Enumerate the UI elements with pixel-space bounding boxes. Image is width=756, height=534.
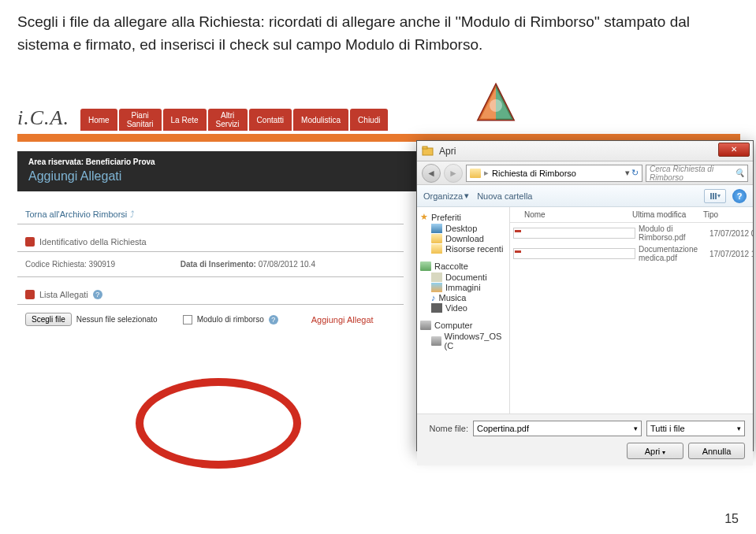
- tree-risorse[interactable]: Risorse recenti: [420, 244, 506, 254]
- computer-icon: [420, 321, 431, 330]
- file-open-dialog: Apri ✕ ◄ ► ▸ Richiesta di Rimborso ▾ ↻ C…: [416, 140, 754, 451]
- file-name: Documentazione medica.pdf: [639, 245, 709, 262]
- address-bar[interactable]: ▸ Richiesta di Rimborso ▾ ↻: [466, 165, 642, 182]
- data-label: Data di Inserimento:: [181, 260, 256, 269]
- svg-point-0: [490, 99, 502, 112]
- lista-allegati-header: Lista Allegati ?: [25, 290, 396, 299]
- close-button[interactable]: ✕: [718, 143, 750, 157]
- triangle-logo-icon: [472, 82, 520, 126]
- help-button[interactable]: ?: [732, 189, 747, 203]
- codice-label: Codice Richiesta:: [25, 260, 87, 269]
- nav-contatti[interactable]: Contatti: [249, 109, 292, 131]
- nuova-cartella-button[interactable]: Nuova cartella: [477, 191, 532, 201]
- choose-file-button[interactable]: Scegli file: [25, 313, 72, 326]
- search-placeholder: Cerca Richiesta di Rimborso: [650, 165, 732, 182]
- col-nome[interactable]: Nome: [510, 210, 632, 219]
- tree-windows7[interactable]: Windows7_OS (C: [420, 332, 506, 350]
- documents-icon: [431, 273, 442, 282]
- modulo-label: Modulo di rimborso: [197, 315, 264, 324]
- search-input[interactable]: Cerca Richiesta di Rimborso 🔍: [646, 165, 748, 182]
- filename-input[interactable]: Copertina.pdf▾: [473, 421, 642, 436]
- open-button[interactable]: Apri ▾: [627, 443, 683, 459]
- header-bar: i.C.A. Home Piani Sanitari La Rete Altri…: [17, 104, 740, 135]
- aggiungi-allegati-link[interactable]: Aggiungi Allegat: [311, 315, 374, 324]
- star-icon: ★: [420, 212, 428, 222]
- recent-icon: [431, 244, 442, 254]
- nav-home[interactable]: Home: [80, 109, 117, 131]
- breadcrumb-sep: ▸: [484, 168, 489, 178]
- file-row[interactable]: Documentazione medica.pdf 17/07/2012 10:…: [510, 243, 753, 264]
- breadcrumb-current: Richiesta di Rimborso: [492, 169, 576, 178]
- desktop-icon: [431, 224, 442, 233]
- back-arrow-icon: ⤴: [130, 210, 135, 219]
- file-date: 17/07/2012 10:28: [709, 250, 753, 258]
- file-list-header[interactable]: Nome Ultima modifica Tipo: [510, 207, 753, 223]
- instruction-text: Scegli i file da allegare alla Richiesta…: [0, 0, 756, 56]
- file-filter-select[interactable]: Tutti i file▾: [646, 421, 745, 436]
- ica-logo: i.C.A.: [17, 106, 80, 133]
- tree-download[interactable]: Download: [420, 234, 506, 243]
- pdf-icon: [513, 248, 635, 259]
- back-link[interactable]: Torna all'Archivio Rimborsi ⤴: [25, 210, 396, 219]
- open-folder-icon: [422, 146, 434, 157]
- dialog-footer: Nome file: Copertina.pdf▾ Tutti i file▾ …: [417, 413, 753, 465]
- back-link-label: Torna all'Archivio Rimborsi: [25, 210, 127, 219]
- help-icon[interactable]: ?: [269, 315, 278, 324]
- col-tipo[interactable]: Tipo: [703, 210, 753, 219]
- tree-musica[interactable]: ♪Musica: [420, 293, 506, 302]
- pdf-icon: [513, 228, 635, 239]
- images-icon: [431, 283, 442, 292]
- organizza-button[interactable]: Organizza ▾: [423, 191, 469, 201]
- file-row[interactable]: Modulo di Rimborso.pdf 17/07/2012 09:46 …: [510, 223, 753, 243]
- nav-forward-button[interactable]: ►: [444, 164, 463, 183]
- tree-computer[interactable]: Computer: [420, 321, 506, 330]
- red-bullet-icon: [25, 290, 35, 299]
- identificativo-title: Identificativo della Richiesta: [39, 237, 147, 247]
- folder-tree: ★Preferiti Desktop Download Risorse rece…: [417, 207, 510, 413]
- library-icon: [420, 261, 431, 271]
- no-file-text: Nessun file selezionato: [76, 315, 158, 324]
- nav-modulistica[interactable]: Modulistica: [293, 109, 348, 131]
- tree-immagini[interactable]: Immagini: [420, 283, 506, 292]
- svg-rect-2: [423, 146, 427, 149]
- col-ultima[interactable]: Ultima modifica: [632, 210, 703, 219]
- file-name: Modulo di Rimborso.pdf: [639, 224, 709, 242]
- modulo-checkbox[interactable]: [183, 315, 192, 324]
- view-mode-button[interactable]: ▾: [704, 189, 726, 203]
- cancel-button[interactable]: Annulla: [688, 443, 745, 459]
- nav-chiudi[interactable]: Chiudi: [350, 109, 388, 131]
- video-icon: [431, 303, 442, 313]
- request-info-row: Codice Richiesta: 390919 Data di Inserim…: [17, 252, 419, 276]
- file-chooser-row: Scegli file Nessun file selezionato Modu…: [17, 305, 419, 334]
- nav-altri[interactable]: Altri Servizi: [208, 109, 248, 131]
- help-icon[interactable]: ?: [93, 290, 102, 299]
- main-content: Torna all'Archivio Rimborsi ⤴ Identifica…: [17, 197, 419, 334]
- folder-icon: [470, 169, 481, 178]
- tree-raccolte[interactable]: Raccolte: [420, 261, 506, 271]
- codice-value: 390919: [89, 260, 115, 269]
- nav-rete[interactable]: La Rete: [163, 109, 207, 131]
- tree-preferiti[interactable]: ★Preferiti: [420, 212, 506, 222]
- dialog-body: ★Preferiti Desktop Download Risorse rece…: [417, 207, 753, 413]
- red-bullet-icon: [25, 237, 35, 247]
- main-nav: Home Piani Sanitari La Rete Altri Serviz…: [80, 109, 389, 131]
- folder-icon: [431, 234, 442, 243]
- tree-video[interactable]: Video: [420, 303, 506, 313]
- lista-title: Lista Allegati: [39, 290, 88, 299]
- data-value: 07/08/2012 10.4: [259, 260, 315, 269]
- tree-documenti[interactable]: Documenti: [420, 273, 506, 282]
- nav-piani[interactable]: Piani Sanitari: [119, 109, 162, 131]
- chevron-down-icon: ▾: [634, 425, 638, 432]
- music-icon: ♪: [431, 293, 436, 302]
- dropdown-icon[interactable]: ▾: [625, 168, 630, 178]
- chevron-down-icon: ▾: [737, 425, 741, 432]
- refresh-icon[interactable]: ↻: [631, 168, 639, 178]
- file-list: Nome Ultima modifica Tipo Modulo di Rimb…: [510, 207, 753, 413]
- nav-back-button[interactable]: ◄: [422, 164, 441, 183]
- address-bar-row: ◄ ► ▸ Richiesta di Rimborso ▾ ↻ Cerca Ri…: [417, 161, 753, 185]
- chevron-down-icon: ▾: [464, 191, 469, 201]
- drive-icon: [431, 336, 441, 346]
- tree-desktop[interactable]: Desktop: [420, 224, 506, 233]
- filename-label: Nome file:: [425, 424, 468, 433]
- dialog-titlebar[interactable]: Apri ✕: [417, 141, 753, 161]
